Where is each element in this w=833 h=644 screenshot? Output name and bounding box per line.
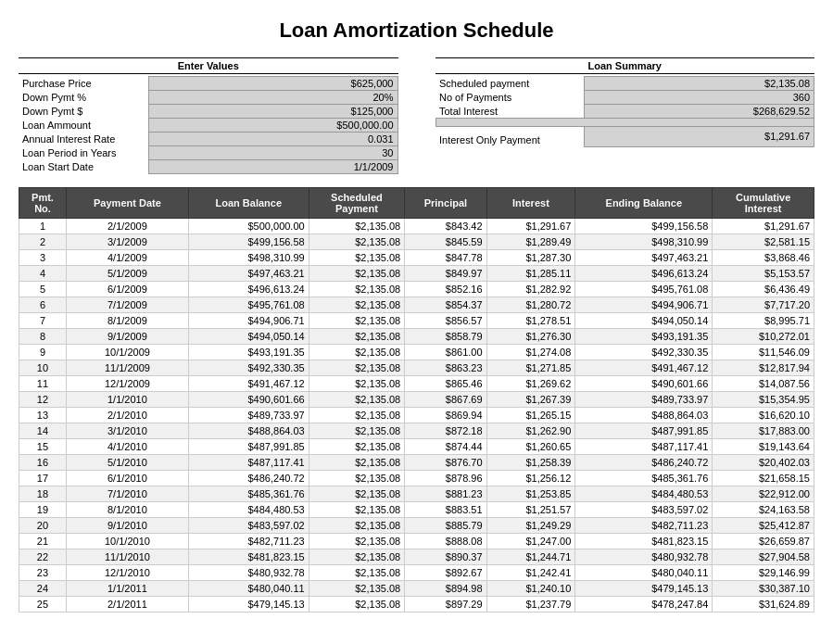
field-value: 1/1/2009 — [148, 160, 398, 174]
table-cell: $2,135.08 — [309, 297, 405, 313]
table-cell: $29,146.99 — [713, 565, 814, 581]
table-cell: 2 — [19, 234, 67, 250]
table-cell: 12 — [19, 392, 67, 408]
table-cell: 9/1/2009 — [66, 329, 188, 345]
table-cell: 20 — [19, 518, 67, 534]
table-cell: $498,310.99 — [575, 234, 713, 250]
table-row: 198/1/2010$484,480.53$2,135.08$883.51$1,… — [19, 502, 814, 518]
table-cell: $881.23 — [405, 486, 486, 502]
table-cell: $490,601.66 — [188, 392, 309, 408]
table-cell: $1,269.62 — [486, 376, 575, 392]
loan-summary-section: Loan Summary Scheduled payment$2,135.08N… — [435, 57, 815, 174]
field-value: $625,000 — [148, 77, 398, 91]
table-cell: 25 — [19, 597, 67, 612]
table-cell: $892.67 — [405, 565, 486, 581]
table-cell: $494,050.14 — [575, 313, 713, 329]
table-header: Interest — [486, 188, 575, 219]
table-cell: $24,163.58 — [713, 502, 814, 518]
table-header: CumulativeInterest — [713, 188, 814, 219]
table-cell: $2,135.08 — [309, 266, 405, 282]
table-cell: $2,135.08 — [309, 471, 405, 486]
table-cell: 19 — [19, 502, 67, 518]
table-cell: $14,087.56 — [713, 376, 814, 392]
table-cell: $2,135.08 — [309, 408, 405, 423]
table-row: 176/1/2010$486,240.72$2,135.08$878.96$1,… — [19, 471, 814, 486]
table-row: 89/1/2009$494,050.14$2,135.08$858.79$1,2… — [19, 329, 814, 345]
loan-summary-table: Scheduled payment$2,135.08No of Payments… — [435, 76, 815, 147]
table-cell: 6/1/2009 — [66, 282, 188, 297]
table-cell: 11/1/2010 — [66, 549, 188, 565]
table-cell: $1,242.41 — [486, 565, 575, 581]
table-cell: 13 — [19, 408, 67, 423]
table-cell: $897.29 — [405, 597, 486, 612]
table-row: 143/1/2010$488,864.03$2,135.08$872.18$1,… — [19, 423, 814, 439]
table-cell: $1,271.85 — [486, 360, 575, 376]
table-cell: $480,040.11 — [575, 565, 713, 581]
table-cell: $2,135.08 — [309, 329, 405, 345]
summary-row: Total Interest$268,629.52 — [435, 105, 814, 119]
table-cell: $15,354.95 — [713, 392, 814, 408]
table-cell: $5,153.57 — [713, 266, 814, 282]
table-cell: $10,272.01 — [713, 329, 814, 345]
table-cell: $487,117.41 — [575, 439, 713, 455]
table-cell: $1,253.85 — [486, 486, 575, 502]
table-cell: $484,480.53 — [188, 502, 309, 518]
table-cell: 12/1/2010 — [66, 565, 188, 581]
table-cell: 3/1/2009 — [66, 234, 188, 250]
table-cell: $495,761.08 — [575, 282, 713, 297]
table-row: 67/1/2009$495,761.08$2,135.08$854.37$1,2… — [19, 297, 814, 313]
table-row: 252/1/2011$479,145.13$2,135.08$897.29$1,… — [19, 597, 814, 612]
summary-label: Scheduled payment — [435, 77, 584, 91]
table-cell: $482,711.23 — [575, 518, 713, 534]
table-cell: $890.37 — [405, 549, 486, 565]
table-cell: $858.79 — [405, 329, 486, 345]
table-cell: 24 — [19, 581, 67, 597]
enter-values-row: Loan Start Date1/1/2009 — [19, 160, 398, 174]
table-cell: $26,659.87 — [713, 534, 814, 549]
table-cell: $492,330.35 — [575, 345, 713, 360]
table-cell: 3/1/2010 — [66, 423, 188, 439]
table-cell: $1,249.29 — [486, 518, 575, 534]
table-row: 121/1/2010$490,601.66$2,135.08$867.69$1,… — [19, 392, 814, 408]
table-cell: $484,480.53 — [575, 486, 713, 502]
table-row: 1112/1/2009$491,467.12$2,135.08$865.46$1… — [19, 376, 814, 392]
table-cell: 4 — [19, 266, 67, 282]
table-cell: $2,135.08 — [309, 345, 405, 360]
table-header: Principal — [405, 188, 486, 219]
table-cell: 21 — [19, 534, 67, 549]
enter-values-section: Enter Values Purchase Price$625,000Down … — [19, 57, 398, 174]
enter-values-row: Down Pymt $$125,000 — [19, 105, 398, 119]
table-cell: 17 — [19, 471, 67, 486]
table-cell: $861.00 — [405, 345, 486, 360]
table-cell: $2,135.08 — [309, 423, 405, 439]
table-row: 2211/1/2010$481,823.15$2,135.08$890.37$1… — [19, 549, 814, 565]
field-label: Purchase Price — [19, 77, 148, 91]
table-row: 132/1/2010$489,733.97$2,135.08$869.94$1,… — [19, 408, 814, 423]
table-cell: 14 — [19, 423, 67, 439]
table-cell: $2,135.08 — [309, 597, 405, 612]
interest-only-row: Interest Only Payment$1,291.67 — [435, 127, 814, 147]
table-cell: $849.97 — [405, 266, 486, 282]
page-title: Loan Amortization Schedule — [19, 19, 814, 43]
table-cell: $1,256.12 — [486, 471, 575, 486]
table-cell: $486,240.72 — [188, 471, 309, 486]
table-row: 45/1/2009$497,463.21$2,135.08$849.97$1,2… — [19, 266, 814, 282]
table-cell: $30,387.10 — [713, 581, 814, 597]
table-cell: 10/1/2009 — [66, 345, 188, 360]
interest-only-label: Interest Only Payment — [435, 127, 584, 147]
table-cell: 15 — [19, 439, 67, 455]
table-cell: $25,412.87 — [713, 518, 814, 534]
field-value: $500,000.00 — [148, 119, 398, 133]
loan-summary-title: Loan Summary — [435, 57, 815, 74]
table-cell: $480,932.78 — [575, 549, 713, 565]
table-cell: $20,402.03 — [713, 455, 814, 471]
table-cell: 6 — [19, 297, 67, 313]
enter-values-row: Annual Interest Rate0.031 — [19, 133, 398, 146]
field-label: Annual Interest Rate — [19, 133, 148, 146]
table-cell: $495,761.08 — [188, 297, 309, 313]
table-cell: 12/1/2009 — [66, 376, 188, 392]
table-cell: $3,868.46 — [713, 250, 814, 266]
table-cell: $1,265.15 — [486, 408, 575, 423]
table-cell: $1,280.72 — [486, 297, 575, 313]
table-cell: $1,291.67 — [486, 219, 575, 234]
